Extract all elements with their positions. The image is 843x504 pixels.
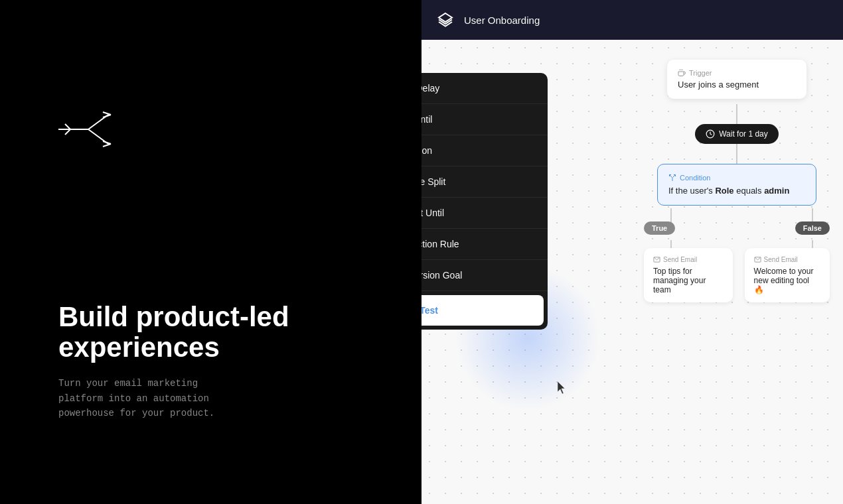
menu-item-time-delay[interactable]: Time Delay — [422, 73, 548, 104]
svg-line-7 — [65, 124, 70, 129]
email-node-1-col: Send Email Top tips for managing your te… — [644, 248, 733, 302]
headline-line1: Build product-led — [58, 301, 289, 332]
menu-item-repeat-until-label: Repeat Until — [422, 208, 444, 218]
email-node-2-title: Welcome to your new editing tool 🔥 — [754, 267, 820, 294]
true-badge: True — [644, 221, 675, 235]
action-dropdown-menu: Time Delay Wait Until — [422, 73, 548, 330]
menu-item-production-rule[interactable]: Production Rule — [422, 229, 548, 260]
app-header: User Onboarding — [422, 0, 843, 40]
trigger-node: Trigger User joins a segment — [667, 60, 806, 99]
brand-icon — [58, 103, 125, 156]
condition-field: Role — [715, 186, 733, 196]
menu-item-wait-until-label: Wait Until — [422, 114, 432, 125]
menu-item-repeat-until[interactable]: Repeat Until — [422, 198, 548, 229]
workflow-canvas[interactable]: Time Delay Wait Until — [422, 40, 843, 504]
left-text-block: Build product-led experiences Turn your … — [58, 302, 289, 421]
condition-label: Condition — [668, 174, 805, 182]
email-node-1-label: Send Email — [653, 256, 724, 263]
menu-item-conversion-goal-label: Conversion Goal — [422, 270, 462, 281]
right-panel: User Onboarding Time Delay — [422, 0, 843, 504]
menu-item-multiple-split[interactable]: Multiple Split — [422, 166, 548, 198]
flow-diagram: Trigger User joins a segment Wait for 1 … — [637, 60, 836, 302]
headline-line2: experiences — [58, 332, 220, 363]
condition-node: Condition If the user's Role equals admi… — [657, 164, 816, 206]
connector-2 — [736, 144, 737, 164]
left-panel: Build product-led experiences Turn your … — [0, 0, 422, 504]
menu-item-production-rule-label: Production Rule — [422, 239, 459, 249]
email-node-1: Send Email Top tips for managing your te… — [644, 248, 733, 302]
menu-item-condition-label: Condition — [422, 145, 432, 156]
trigger-content: User joins a segment — [678, 80, 796, 90]
email-node-1-title: Top tips for managing your team — [653, 267, 724, 294]
menu-item-conversion-goal[interactable]: Conversion Goal — [422, 260, 548, 291]
wait-badge: Wait for 1 day — [695, 124, 779, 144]
false-branch: False — [741, 221, 830, 240]
menu-item-multiple-split-label: Multiple Split — [422, 176, 445, 187]
menu-item-condition[interactable]: Condition — [422, 135, 548, 166]
mouse-cursor — [558, 381, 566, 393]
trigger-label: Trigger — [678, 69, 796, 77]
menu-item-split-test-label: Split Test — [422, 305, 438, 316]
email-node-2-col: Send Email Welcome to your new editing t… — [741, 248, 830, 302]
email-node-2-label: Send Email — [754, 256, 820, 263]
email-node-2: Send Email Welcome to your new editing t… — [745, 248, 830, 302]
header-title: User Onboarding — [464, 15, 540, 26]
false-badge: False — [795, 221, 830, 235]
description-text: Turn your email marketingplatform into a… — [58, 376, 251, 420]
menu-item-time-delay-label: Time Delay — [422, 83, 439, 94]
menu-item-split-test[interactable]: Split Test — [422, 295, 544, 326]
menu-item-wait-until[interactable]: Wait Until — [422, 104, 548, 135]
svg-line-6 — [103, 144, 111, 147]
condition-value: admin — [764, 186, 789, 196]
layers-icon — [435, 9, 456, 31]
true-branch: True — [644, 221, 733, 240]
condition-text: If the user's Role equals admin — [668, 186, 805, 196]
svg-line-2 — [103, 112, 111, 115]
svg-line-8 — [65, 129, 70, 135]
connector-1 — [736, 104, 737, 124]
